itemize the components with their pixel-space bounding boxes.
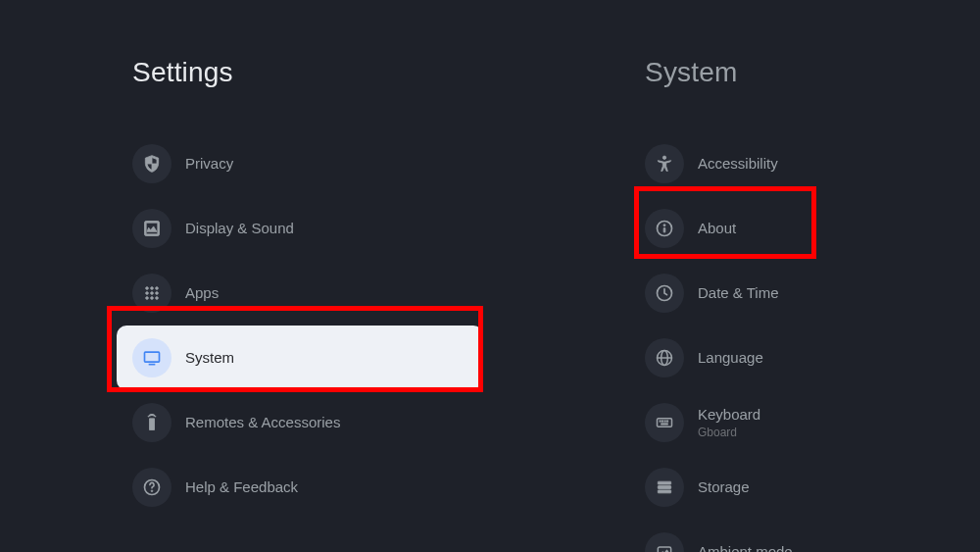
svg-rect-24 <box>664 421 665 422</box>
system-item-label: Date & Time <box>698 284 779 302</box>
system-item-about[interactable]: About <box>645 196 980 261</box>
system-item-label: Storage <box>698 478 750 496</box>
system-item-label: Keyboard <box>698 406 760 424</box>
svg-point-8 <box>156 297 159 300</box>
settings-item-label: System <box>185 349 234 367</box>
settings-title: Settings <box>132 57 513 88</box>
help-icon <box>132 468 172 507</box>
shield-icon <box>132 144 172 183</box>
system-item-label: Language <box>698 349 763 367</box>
svg-point-15 <box>663 225 665 226</box>
settings-item-label: Display & Sound <box>185 220 294 237</box>
system-item-label: Ambient mode <box>698 543 793 552</box>
system-item-storage[interactable]: Storage <box>645 455 980 520</box>
accessibility-icon <box>645 144 684 183</box>
settings-item-system[interactable]: System <box>117 326 483 390</box>
svg-point-1 <box>151 287 154 290</box>
settings-item-remotes[interactable]: Remotes & Accessories <box>132 390 513 455</box>
system-item-language[interactable]: Language <box>645 326 980 390</box>
system-title: System <box>645 57 980 88</box>
svg-point-13 <box>662 156 665 159</box>
system-item-accessibility[interactable]: Accessibility <box>645 131 980 196</box>
svg-rect-22 <box>660 421 661 422</box>
system-item-ambient[interactable]: Ambient mode <box>645 520 980 552</box>
svg-point-0 <box>146 287 149 290</box>
svg-rect-25 <box>667 421 668 422</box>
system-item-keyboard[interactable]: Keyboard Gboard <box>645 390 980 455</box>
svg-point-12 <box>151 490 153 492</box>
settings-item-apps[interactable]: Apps <box>132 261 513 326</box>
settings-column: Settings Privacy Display & Sound Apps <box>0 0 513 552</box>
clock-icon <box>645 274 684 313</box>
system-item-sublabel: Gboard <box>698 426 760 439</box>
svg-rect-9 <box>145 352 160 362</box>
globe-icon <box>645 338 684 377</box>
remote-icon <box>132 403 172 442</box>
settings-app: Settings Privacy Display & Sound Apps <box>0 0 980 552</box>
svg-point-3 <box>146 292 149 295</box>
settings-item-help[interactable]: Help & Feedback <box>132 455 513 520</box>
settings-item-label: Apps <box>185 284 219 302</box>
svg-rect-21 <box>658 419 672 427</box>
svg-point-7 <box>151 297 154 300</box>
svg-rect-28 <box>658 486 670 489</box>
image-icon <box>132 209 172 248</box>
svg-point-5 <box>156 292 159 295</box>
keyboard-icon <box>645 403 684 442</box>
svg-point-2 <box>156 287 159 290</box>
svg-rect-23 <box>662 421 663 422</box>
svg-rect-27 <box>658 481 670 484</box>
system-column: System Accessibility About Date & Time <box>513 0 980 552</box>
svg-rect-16 <box>663 227 665 232</box>
svg-rect-29 <box>658 490 670 493</box>
system-item-label: Accessibility <box>698 155 778 173</box>
system-list: Accessibility About Date & Time Language <box>645 131 980 552</box>
info-icon <box>645 209 684 248</box>
ambient-icon <box>645 532 684 552</box>
settings-list: Privacy Display & Sound Apps System <box>132 131 513 520</box>
svg-point-6 <box>146 297 149 300</box>
settings-item-label: Help & Feedback <box>185 478 298 496</box>
storage-icon <box>645 468 684 507</box>
settings-item-label: Privacy <box>185 155 233 173</box>
settings-item-label: Remotes & Accessories <box>185 414 340 431</box>
settings-item-privacy[interactable]: Privacy <box>132 131 513 196</box>
system-item-datetime[interactable]: Date & Time <box>645 261 980 326</box>
svg-rect-26 <box>662 424 668 425</box>
svg-point-4 <box>151 292 154 295</box>
settings-item-display[interactable]: Display & Sound <box>132 196 513 261</box>
svg-rect-30 <box>658 547 670 552</box>
tv-icon <box>132 338 172 377</box>
grid-icon <box>132 274 172 313</box>
system-item-label: About <box>698 220 736 237</box>
